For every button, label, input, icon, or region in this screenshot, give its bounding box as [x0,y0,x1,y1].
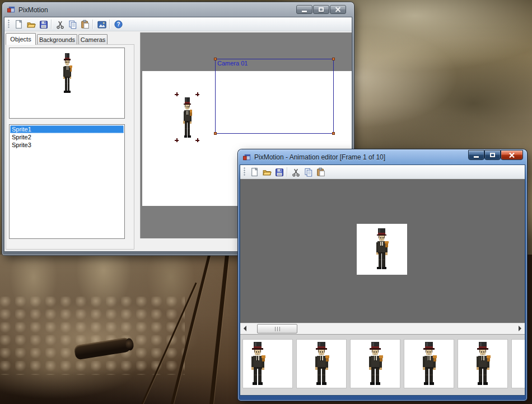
horizontal-scrollbar[interactable] [240,323,525,334]
frame-thumbnail-4[interactable] [404,339,454,388]
copy-icon [68,20,77,29]
sprite-selection-handle[interactable] [175,138,179,142]
sprite-character [417,341,441,386]
save-icon [274,167,284,177]
toolbar-separator [287,167,288,177]
open-file-button[interactable] [260,166,273,178]
copy-button[interactable] [66,18,78,30]
tab-backgrounds[interactable]: Backgrounds [37,34,77,45]
frame-thumbnail-3[interactable] [350,339,400,388]
editor-toolbar [240,165,525,179]
camera-resize-handle[interactable] [214,58,217,60]
wallpaper-crowd-texture [0,297,185,375]
sprite-selection-handle[interactable] [195,92,199,96]
maximize-icon [490,153,495,157]
new-document-button[interactable] [12,18,25,30]
toolbar-grip [244,167,246,176]
frame-thumbnail-1[interactable] [242,339,293,388]
maximize-button[interactable] [484,150,501,160]
close-button[interactable] [330,5,346,14]
list-item-sprite2[interactable]: Sprite2 [10,133,124,141]
toolbar-separator [109,20,110,29]
main-titlebar[interactable]: PixMotion [2,2,354,17]
editor-caption-buttons [468,150,523,160]
sprite-selection-handle[interactable] [175,92,179,96]
stage-sprite[interactable] [180,97,195,139]
cut-button[interactable] [290,166,302,178]
cut-icon [291,167,301,177]
new-document-button[interactable] [248,166,260,178]
maximize-icon [319,7,324,12]
minimize-icon [302,11,307,12]
image-button[interactable] [95,18,108,30]
frame-filmstrip [240,334,525,395]
help-icon: ? [114,20,123,29]
toolbar-separator [51,20,52,29]
app-icon [242,153,251,162]
paste-button[interactable] [314,166,326,178]
sprite-character [471,341,494,386]
image-icon [97,20,106,29]
scroll-left-arrow[interactable] [244,326,246,331]
svg-text:?: ? [116,21,120,27]
scrollbar-thumb[interactable] [257,324,297,333]
animation-canvas[interactable] [240,179,525,323]
open-file-button[interactable] [25,18,37,30]
editor-window-title: PixMotion - Animation editor [Frame 1 of… [254,153,385,161]
animation-editor-window: PixMotion - Animation editor [Frame 1 of… [238,149,527,401]
open-folder-icon [26,20,36,29]
cut-button[interactable] [54,18,66,30]
save-button[interactable] [273,166,285,178]
camera-resize-handle[interactable] [214,132,217,135]
desktop: PixMotion [0,0,532,404]
frame-edit-area[interactable] [357,224,407,275]
cut-icon [55,20,65,29]
save-button[interactable] [37,18,49,30]
camera-frame[interactable]: Camera 01 [215,59,334,134]
camera-label: Camera 01 [217,60,248,67]
tab-cameras[interactable]: Cameras [78,34,108,45]
new-document-icon [14,20,24,29]
sprite-preview [9,48,125,119]
app-icon [7,6,15,14]
frame-thumbnail-2[interactable] [296,339,347,388]
minimize-button[interactable] [296,5,312,14]
tab-objects[interactable]: Objects [6,33,36,45]
minimize-button[interactable] [468,150,484,160]
save-icon [39,20,48,29]
list-item-sprite3[interactable]: Sprite3 [10,141,124,149]
sprite-character [363,341,387,386]
help-button[interactable]: ? [112,18,124,30]
paste-button[interactable] [78,18,91,30]
paste-icon [80,20,90,29]
editor-client-area [240,165,525,395]
maximize-button[interactable] [313,5,329,14]
sprite-list[interactable]: Sprite1 Sprite2 Sprite3 [9,124,125,239]
frame-thumbnail-5[interactable] [458,339,508,388]
objects-panel: Sprite1 Sprite2 Sprite3 [6,44,134,250]
scroll-right-arrow[interactable] [519,326,521,331]
main-window-title: PixMotion [18,6,48,14]
camera-resize-handle[interactable] [332,132,335,135]
wallpaper-mast [209,251,229,404]
sprite-character [180,97,195,139]
open-folder-icon [262,167,272,177]
editor-titlebar[interactable]: PixMotion - Animation editor [Frame 1 of… [238,149,527,165]
main-toolbar: ? [4,17,352,31]
close-icon [508,152,515,158]
sprite-character [60,53,74,94]
frame-thumbnail-6[interactable] [511,339,525,388]
camera-resize-handle[interactable] [332,58,335,60]
list-item-sprite1[interactable]: Sprite1 [10,125,124,133]
toolbar-grip [8,20,10,29]
copy-button[interactable] [302,166,314,178]
toolbar-separator [92,20,94,29]
sprite-selection-handle[interactable] [195,138,199,142]
main-caption-buttons [296,5,346,14]
close-icon [335,7,341,12]
scrollbar-grip-icon [275,327,280,331]
sprite-character [371,228,392,270]
new-document-icon [250,167,259,177]
close-button[interactable] [501,150,523,160]
minimize-icon [474,156,479,158]
